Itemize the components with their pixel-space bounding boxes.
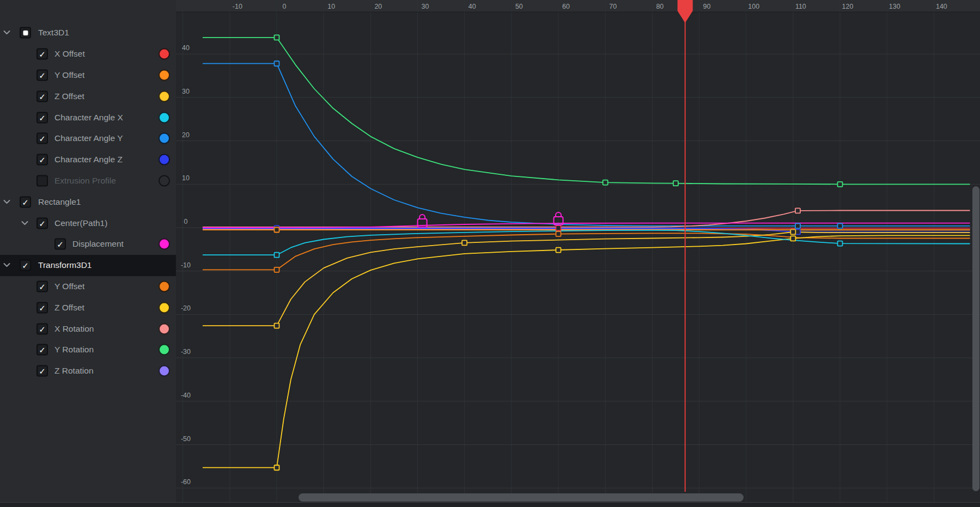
- tree-row-label: X Rotation: [54, 324, 94, 334]
- checkbox[interactable]: ✓: [36, 344, 48, 356]
- tree-row-displacement[interactable]: ✓Displacement: [0, 234, 176, 255]
- chevron-down-icon[interactable]: [21, 221, 29, 226]
- curve-color-swatch[interactable]: [159, 344, 170, 356]
- checkbox[interactable]: ✓: [36, 90, 48, 102]
- curve-color-swatch[interactable]: [159, 90, 170, 102]
- curve-color-swatch[interactable]: [159, 112, 170, 123]
- keyframe-y-rotation[interactable]: [275, 35, 279, 40]
- tree-row-label: Y Offset: [54, 70, 84, 80]
- tree-row-x-rotation[interactable]: ✓X Rotation: [0, 318, 176, 339]
- keyframe-z-offset-text[interactable]: [462, 240, 467, 245]
- value-axis-label: -40: [181, 392, 191, 399]
- keyframe-char-angle-z[interactable]: [795, 229, 800, 234]
- tree-row-center-path1-[interactable]: ✓Center(Path1): [0, 212, 176, 234]
- keyframe-y-rotation[interactable]: [838, 182, 843, 187]
- value-axis-label: 20: [182, 131, 190, 139]
- curve-color-swatch[interactable]: [159, 239, 170, 250]
- checkbox[interactable]: ✓: [36, 217, 48, 229]
- tree-row-label: Extrusion Profile: [54, 176, 116, 186]
- checkbox[interactable]: ✓: [36, 133, 48, 144]
- check-icon: ✓: [38, 134, 47, 143]
- keyframe-y-rotation[interactable]: [603, 180, 608, 185]
- tree-row-label: Text3D1: [38, 28, 69, 38]
- horizontal-scrollbar-thumb[interactable]: [299, 493, 744, 502]
- tree-row-extrusion-profile[interactable]: Extrusion Profile: [0, 170, 176, 192]
- chevron-down-icon[interactable]: [3, 262, 11, 268]
- check-icon: ✓: [38, 70, 47, 80]
- keyframe-char-angle-y[interactable]: [795, 223, 800, 228]
- check-icon: ✓: [38, 50, 47, 59]
- tree-row-label: Z Rotation: [54, 366, 94, 376]
- checkbox[interactable]: ✓: [36, 323, 48, 334]
- check-icon: ✓: [38, 282, 47, 291]
- check-icon: ✓: [56, 240, 65, 249]
- checkbox[interactable]: ✓: [36, 365, 48, 377]
- ruler-tick-label: 30: [422, 3, 429, 10]
- spline-editor-window: -100102030405060708090100110120130140403…: [0, 0, 980, 507]
- ruler-tick-label: 10: [327, 3, 335, 10]
- curve-color-swatch[interactable]: [159, 323, 170, 334]
- tree-row-y-offset[interactable]: ✓Y Offset: [0, 65, 176, 86]
- curve-color-swatch[interactable]: [159, 69, 170, 81]
- tree-row-label: Character Angle Z: [54, 155, 123, 164]
- checkbox[interactable]: ✓: [36, 48, 48, 60]
- curve-color-swatch[interactable]: [159, 154, 170, 166]
- tree-row-text3d1[interactable]: Text3D1: [0, 22, 176, 44]
- vertical-scrollbar-thumb[interactable]: [972, 186, 979, 491]
- checkbox[interactable]: ✓: [36, 69, 48, 81]
- chevron-down-icon[interactable]: [3, 199, 11, 205]
- keyframe-char-angle-y[interactable]: [838, 223, 843, 228]
- tree-row-z-offset[interactable]: ✓Z Offset: [0, 297, 176, 318]
- checkbox[interactable]: ✓: [36, 154, 48, 166]
- value-axis-label: -30: [181, 348, 191, 356]
- chevron-down-icon[interactable]: [3, 30, 11, 35]
- checkbox[interactable]: [36, 175, 48, 186]
- tree-row-y-rotation[interactable]: ✓Y Rotation: [0, 339, 176, 361]
- keyframe-y-offset-transform[interactable]: [556, 231, 561, 236]
- keyframe-y-offset-transform[interactable]: [275, 267, 279, 272]
- tree-row-character-angle-z[interactable]: ✓Character Angle Z: [0, 149, 176, 170]
- tree-row-z-rotation[interactable]: ✓Z Rotation: [0, 361, 176, 382]
- plot-background: [176, 0, 980, 502]
- curve-color-swatch[interactable]: [159, 133, 170, 144]
- keyframe-char-angle-x[interactable]: [838, 241, 843, 246]
- tree-row-label: Displacement: [72, 239, 124, 249]
- checkbox[interactable]: ✓: [20, 196, 31, 207]
- checkbox[interactable]: ✓: [36, 280, 48, 292]
- checkbox[interactable]: ✓: [20, 260, 31, 271]
- curve-color-swatch[interactable]: [159, 365, 170, 377]
- keyframe-z-offset-text[interactable]: [790, 229, 795, 234]
- keyframe-char-angle-x[interactable]: [275, 253, 279, 258]
- tree-row-y-offset[interactable]: ✓Y Offset: [0, 276, 176, 297]
- keyframe-z-offset-text[interactable]: [275, 323, 279, 328]
- keyframe-z-offset-transform[interactable]: [556, 248, 561, 253]
- partial-checkbox[interactable]: [20, 27, 31, 39]
- tree-row-rectangle1[interactable]: ✓Rectangle1: [0, 191, 176, 212]
- keyframe-y-rotation[interactable]: [673, 181, 678, 186]
- tree-row-transform3d1[interactable]: ✓Transform3D1: [0, 255, 176, 276]
- tree-row-character-angle-x[interactable]: ✓Character Angle X: [0, 107, 176, 128]
- curve-color-swatch[interactable]: [159, 175, 170, 186]
- ruler-tick-label: 110: [795, 3, 806, 10]
- curve-color-swatch[interactable]: [159, 302, 170, 313]
- time-ruler[interactable]: [176, 0, 980, 12]
- curve-color-swatch[interactable]: [159, 280, 170, 292]
- checkbox[interactable]: ✓: [36, 302, 48, 313]
- keyframe-x-rotation[interactable]: [795, 208, 800, 213]
- checkbox[interactable]: ✓: [54, 239, 66, 250]
- keyframe-char-angle-y[interactable]: [275, 61, 279, 66]
- keyframe-z-offset-transform[interactable]: [790, 236, 795, 241]
- curve-color-swatch[interactable]: [159, 48, 170, 60]
- ruler-tick-label: 0: [283, 3, 287, 10]
- ruler-tick-label: 50: [515, 3, 523, 10]
- ruler-tick-label: 140: [936, 3, 947, 10]
- tree-row-z-offset[interactable]: ✓Z Offset: [0, 85, 176, 107]
- check-icon: ✓: [21, 197, 30, 206]
- check-icon: ✓: [38, 218, 47, 228]
- checkbox[interactable]: ✓: [36, 112, 48, 123]
- keyframe-z-offset-transform[interactable]: [275, 465, 279, 470]
- keyframe-y-offset-text[interactable]: [275, 227, 279, 232]
- tree-row-x-offset[interactable]: ✓X Offset: [0, 44, 176, 65]
- tree-row-character-angle-y[interactable]: ✓Character Angle Y: [0, 128, 176, 149]
- keyframe-x-offset[interactable]: [556, 225, 561, 230]
